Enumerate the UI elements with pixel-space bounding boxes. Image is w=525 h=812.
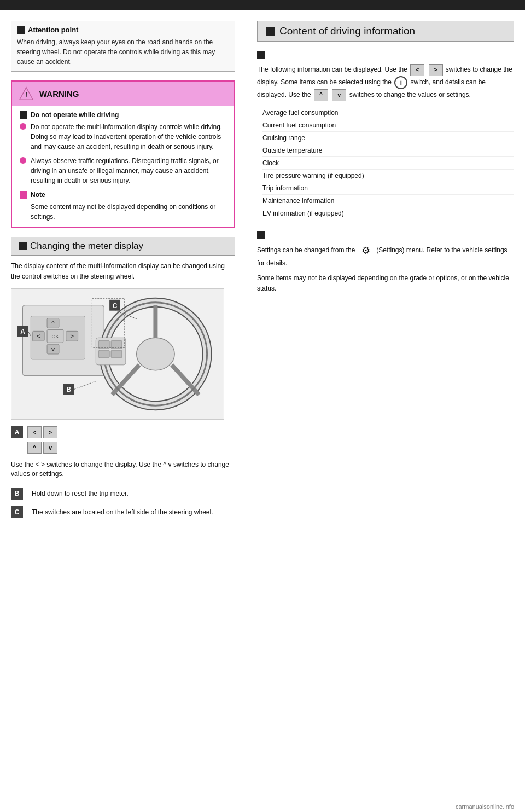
list-item: Maintenance information [262,195,514,207]
list-item: Trip information [262,182,514,195]
section1-text: The following information can be display… [257,64,514,101]
info-icon: i [394,76,407,89]
label-B-box: B [11,488,23,500]
button-legend: A < > ^ v Use the < > switches to change… [11,426,235,479]
left-column: Attention point When driving, always kee… [0,15,246,530]
content-driving-title: Content of driving information [279,25,415,37]
list-item: Outside temperature [262,144,514,157]
svg-text:B: B [66,386,71,394]
content-driving-info-header: Content of driving information [257,21,514,42]
section2-header-row [257,229,514,239]
warning-bullet1: Do not operate the multi-information dis… [20,122,226,152]
top-bar [0,0,525,10]
legend-B-desc: Hold down to reset the trip meter. [32,489,129,498]
legend-A-desc: Use the < > switches to change the displ… [11,460,235,479]
down-btn[interactable]: v [43,442,57,454]
svg-rect-28 [98,350,109,358]
warning-section1-title: Do not operate while driving [20,111,226,119]
section2-paragraph: Some items may not be displayed dependin… [257,273,514,294]
steering-diagram-svg: < > OK ^ v A [11,289,224,419]
attention-box: Attention point When driving, always kee… [11,21,235,72]
svg-point-20 [137,338,174,371]
up-btn[interactable]: ^ [27,442,42,454]
bullet-dot-icon [20,123,26,130]
steering-wheel-image: < > OK ^ v A [11,288,224,420]
section2-text: Settings can be changed from the ⚙ (Sett… [257,243,514,269]
warning-title: WARNING [39,89,79,98]
svg-text:C: C [113,302,118,310]
svg-text:<: < [37,333,40,340]
up-arrow-btn[interactable]: ^ [314,89,328,101]
down-arrow-btn[interactable]: v [332,89,346,101]
right-column: Content of driving information The follo… [246,15,525,530]
list-item: EV information (if equipped) [262,207,514,219]
warning-bullet2-text: Always observe traffic regulations. Disr… [31,156,226,185]
section1-header-row [257,49,514,59]
right-section1: The following information can be display… [257,49,514,219]
legend-C-section: C The switches are located on the left s… [11,506,235,518]
legend-row-A: A < > [11,426,235,438]
warning-note1: Some content may not be displayed depend… [20,202,226,222]
footer: carmanualsonline.info [456,803,514,810]
warning-bullet2: Always observe traffic regulations. Disr… [20,156,226,185]
meter-black-sq [19,242,27,250]
right-btn[interactable]: > [43,426,57,438]
btn-group-lr: < > [27,426,57,438]
svg-rect-29 [111,350,122,358]
bullet-dot2-icon [20,157,26,164]
svg-text:>: > [71,333,74,340]
label-C-box: C [11,506,23,518]
warning-box: ! WARNING Do not operate while driving D… [11,80,235,228]
warning-body: Do not operate while driving Do not oper… [12,106,234,227]
warning-black-sq1 [20,111,27,119]
right-arrow-btn[interactable]: > [429,64,443,76]
section2-black-sq [257,231,265,239]
list-item: Clock [262,157,514,170]
meter-intro: The display content of the multi-informa… [11,261,235,282]
attention-title: Attention point [17,26,229,34]
attention-text: When driving, always keep your eyes on t… [17,37,229,67]
btn-group-ud: ^ v [27,442,57,454]
pink-square-icon [20,191,27,199]
attention-heading: Attention point [28,26,78,34]
right-black-sq [266,27,275,36]
list-item: Current fuel consumption [262,119,514,132]
svg-text:!: ! [25,91,27,99]
warning-section2-title: Note [20,191,226,199]
legend-row-B: B Hold down to reset the trip meter. [11,488,235,500]
svg-text:OK: OK [52,334,59,340]
legend-row-C: C The switches are located on the left s… [11,506,235,518]
warning-bullet1-text: Do not operate the multi-information dis… [31,122,226,152]
svg-text:^: ^ [51,320,55,327]
driving-info-list: Average fuel consumption Current fuel co… [257,107,514,219]
legend-C-desc: The switches are located on the left sid… [32,508,213,517]
list-item: Cruising range [262,132,514,144]
right-section2: Settings can be changed from the ⚙ (Sett… [257,229,514,294]
svg-text:v: v [51,346,55,352]
left-btn[interactable]: < [27,426,42,438]
meter-display-header: Changing the meter display [11,237,235,256]
warning-header: ! WARNING [12,82,234,106]
label-A-box: A [11,426,23,438]
list-item: Average fuel consumption [262,107,514,119]
black-square-icon [17,26,25,34]
svg-text:A: A [20,328,25,336]
meter-display-title: Changing the meter display [30,241,143,252]
left-arrow-btn[interactable]: < [410,64,424,76]
gear-icon: ⚙ [358,243,374,258]
warning-triangle-icon: ! [19,86,34,101]
legend-row-A2: ^ v [27,442,235,454]
legend-B-section: B Hold down to reset the trip meter. [11,488,235,500]
list-item: Tire pressure warning (if equipped) [262,170,514,182]
section1-black-sq [257,51,265,59]
